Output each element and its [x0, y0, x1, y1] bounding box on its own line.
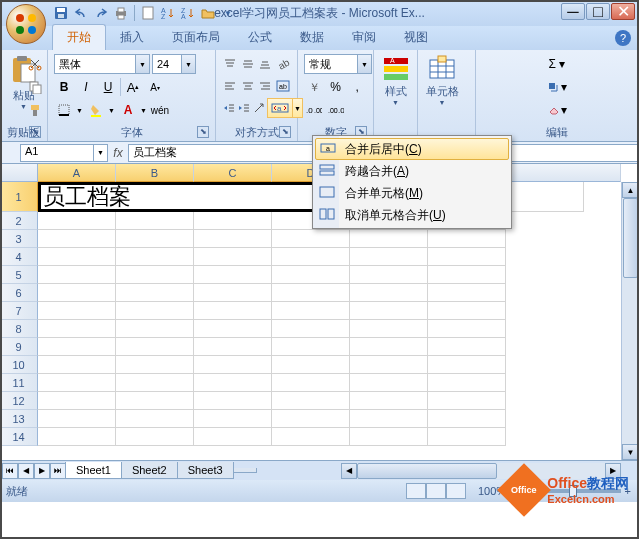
copy-icon[interactable]	[25, 77, 45, 97]
row-header-13[interactable]: 13	[0, 410, 38, 428]
tab-data[interactable]: 数据	[286, 25, 338, 50]
col-header-b[interactable]: B	[116, 164, 194, 182]
sort-asc-icon[interactable]: AZ	[159, 4, 177, 22]
bold-button[interactable]: B	[54, 77, 74, 97]
align-center-icon[interactable]	[240, 76, 257, 96]
italic-button[interactable]: I	[76, 77, 96, 97]
office-button[interactable]	[6, 4, 46, 44]
hscroll-left-icon[interactable]: ◀	[341, 463, 357, 479]
increase-decimal-icon[interactable]: .0.00	[304, 100, 324, 120]
fx-button[interactable]: fx	[108, 146, 128, 160]
underline-button[interactable]: U	[98, 77, 118, 97]
font-size-combo[interactable]: 24▼	[152, 54, 196, 74]
percent-icon[interactable]: %	[326, 77, 346, 97]
orientation2-icon[interactable]	[252, 98, 266, 118]
col-header-a[interactable]: A	[38, 164, 116, 182]
cell-f1[interactable]	[506, 182, 584, 212]
font-color-dropdown[interactable]: ▼	[140, 107, 148, 114]
sheet-nav-first[interactable]: ⏮	[2, 463, 18, 479]
font-color-button[interactable]: A	[118, 100, 138, 120]
row-header-8[interactable]: 8	[0, 320, 38, 338]
row-header-7[interactable]: 7	[0, 302, 38, 320]
phonetic-button[interactable]: wén	[150, 100, 170, 120]
tab-view[interactable]: 视图	[390, 25, 442, 50]
fill-dropdown[interactable]: ▼	[108, 107, 116, 114]
comma-icon[interactable]: ,	[347, 77, 367, 97]
cells-button[interactable]: 单元格 ▼	[422, 52, 462, 125]
accounting-format-icon[interactable]: ￥	[304, 77, 324, 97]
new-icon[interactable]	[139, 4, 157, 22]
merge-center-button[interactable]: a	[267, 98, 293, 118]
tab-review[interactable]: 审阅	[338, 25, 390, 50]
row-header-2[interactable]: 2	[0, 212, 38, 230]
new-sheet-button[interactable]	[233, 468, 257, 473]
menu-merge-center[interactable]: a 合并后居中(C)	[315, 138, 509, 160]
format-painter-icon[interactable]	[25, 100, 45, 120]
vscroll-thumb[interactable]	[623, 198, 638, 278]
tab-page-layout[interactable]: 页面布局	[158, 25, 234, 50]
minimize-button[interactable]: ─	[561, 3, 585, 20]
menu-merge-across[interactable]: 跨越合并(A)	[315, 160, 509, 182]
number-format-combo[interactable]: 常规▼	[304, 54, 372, 74]
border-dropdown[interactable]: ▼	[76, 107, 84, 114]
undo-icon[interactable]	[72, 4, 90, 22]
redo-icon[interactable]	[92, 4, 110, 22]
font-launcher[interactable]: ⬊	[197, 126, 209, 138]
save-icon[interactable]	[52, 4, 70, 22]
shrink-font-icon[interactable]: A▾	[145, 77, 165, 97]
font-name-combo[interactable]: 黑体▼	[54, 54, 150, 74]
sheet-tab-3[interactable]: Sheet3	[177, 462, 234, 479]
row-header-11[interactable]: 11	[0, 374, 38, 392]
decrease-decimal-icon[interactable]: .00.0	[326, 100, 346, 120]
row-header-9[interactable]: 9	[0, 338, 38, 356]
vertical-scrollbar[interactable]: ▲ ▼	[621, 182, 639, 460]
menu-unmerge-cells[interactable]: 取消单元格合并(U)	[315, 204, 509, 226]
grow-font-icon[interactable]: A▴	[123, 77, 143, 97]
align-bottom-icon[interactable]	[257, 54, 274, 74]
view-page-break-icon[interactable]	[446, 483, 466, 499]
view-page-layout-icon[interactable]	[426, 483, 446, 499]
alignment-launcher[interactable]: ⬊	[279, 126, 291, 138]
sheet-nav-last[interactable]: ⏭	[50, 463, 66, 479]
close-button[interactable]: ✕	[611, 3, 635, 20]
cut-icon[interactable]	[25, 54, 45, 74]
wrap-text-icon[interactable]: ab	[275, 76, 292, 96]
fill-color-button[interactable]	[86, 100, 106, 120]
view-normal-icon[interactable]	[406, 483, 426, 499]
row-header-10[interactable]: 10	[0, 356, 38, 374]
clear-button[interactable]: ▾	[482, 100, 632, 120]
maximize-button[interactable]: □	[586, 3, 610, 20]
row-header-1[interactable]: 1	[0, 182, 38, 212]
row-header-5[interactable]: 5	[0, 266, 38, 284]
tab-insert[interactable]: 插入	[106, 25, 158, 50]
orientation-icon[interactable]: ab	[275, 54, 292, 74]
tab-formulas[interactable]: 公式	[234, 25, 286, 50]
print-icon[interactable]	[112, 4, 130, 22]
row-header-4[interactable]: 4	[0, 248, 38, 266]
sheet-tab-1[interactable]: Sheet1	[65, 462, 122, 479]
scroll-down-icon[interactable]: ▼	[622, 444, 639, 460]
name-box[interactable]: A1▼	[20, 144, 108, 162]
decrease-indent-icon[interactable]	[222, 98, 236, 118]
increase-indent-icon[interactable]	[237, 98, 251, 118]
scroll-up-icon[interactable]: ▲	[622, 182, 639, 198]
sheet-nav-next[interactable]: ▶	[34, 463, 50, 479]
row-header-12[interactable]: 12	[0, 392, 38, 410]
tab-home[interactable]: 开始	[52, 24, 106, 50]
border-button[interactable]	[54, 100, 74, 120]
hscroll-thumb[interactable]	[357, 463, 497, 479]
col-header-c[interactable]: C	[194, 164, 272, 182]
sheet-tab-2[interactable]: Sheet2	[121, 462, 178, 479]
menu-merge-cells[interactable]: 合并单元格(M)	[315, 182, 509, 204]
row-header-3[interactable]: 3	[0, 230, 38, 248]
align-right-icon[interactable]	[257, 76, 274, 96]
row-header-14[interactable]: 14	[0, 428, 38, 446]
help-icon[interactable]: ?	[615, 30, 631, 46]
autosum-button[interactable]: Σ ▾	[482, 54, 632, 74]
fill-button[interactable]: ▾	[482, 77, 632, 97]
styles-button[interactable]: A 样式 ▼	[378, 52, 413, 125]
align-left-icon[interactable]	[222, 76, 239, 96]
sort-desc-icon[interactable]: ZA	[179, 4, 197, 22]
sheet-nav-prev[interactable]: ◀	[18, 463, 34, 479]
align-middle-icon[interactable]	[240, 54, 257, 74]
